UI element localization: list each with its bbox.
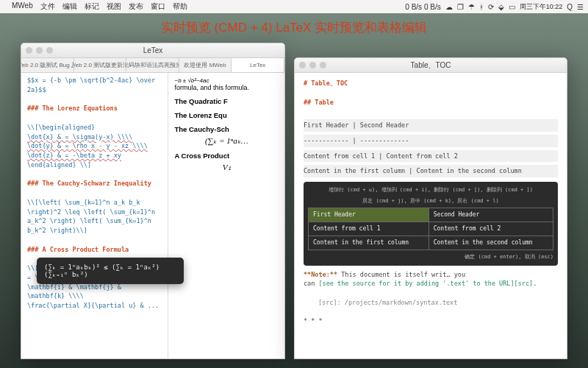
clock[interactable]: 周三下午10:22: [520, 2, 563, 12]
refresh-icon[interactable]: ⟳: [488, 3, 494, 11]
preview-h-lorenz: The Lorenz Equ: [174, 111, 279, 119]
minimize-icon[interactable]: [36, 47, 43, 54]
close-icon[interactable]: [299, 62, 306, 68]
titlebar-left[interactable]: LeTex: [21, 43, 284, 58]
menubar: MWeb 文件 编辑 标记 视图 发布 窗口 帮助 0 B/s 0 B/s ☁ …: [0, 0, 588, 13]
preview-formula-top: −b ± √b²−4ac: [174, 77, 279, 84]
tab-1[interactable]: MWeb 2.0 测试版更新汇总: [74, 58, 127, 72]
menu-help[interactable]: 帮助: [173, 1, 187, 12]
table-raw-0: First Header | Second Header: [304, 119, 558, 132]
shortcut-hint-1: 增加行 (cmd + u), 增加列 (cmd + i), 删除行 (cmd +…: [308, 186, 553, 194]
table-row: First Header Second Header: [309, 208, 553, 222]
close-icon[interactable]: [26, 47, 32, 54]
tab-3[interactable]: 欢迎使用 MWeb: [179, 58, 232, 72]
code-line[interactable]: \dot{x} & = \sigma(y-x) \\\\: [27, 132, 162, 142]
note-link[interactable]: [see the source for it by adding '.text'…: [318, 280, 533, 287]
note-text: This document is itself writ… you: [337, 271, 465, 278]
shortcut-foot: 确定 (cmd + enter), 取消 (esc): [308, 253, 553, 261]
code-line[interactable]: [27, 113, 162, 123]
menu-icon[interactable]: ☰: [577, 3, 584, 11]
code-line[interactable]: \dot{z} & = -\beta z + xy: [27, 151, 162, 160]
cell[interactable]: Content in the second column: [429, 236, 553, 250]
code-line[interactable]: \\[\begin{aligned}: [27, 123, 162, 132]
code-line[interactable]: $$x = {-b \pm \sqrt{b^2-4ac} \over 2a}$$: [27, 76, 162, 95]
table-raw-2: Content from cell 1 | Content from cell …: [304, 150, 558, 163]
cell[interactable]: Second Header: [429, 208, 553, 222]
bluetooth-icon[interactable]: ᚼ: [479, 3, 484, 11]
net-stats: 0 B/s 0 B/s: [405, 3, 440, 11]
menu-view[interactable]: 视图: [107, 1, 121, 12]
editor-window: LeTex MWeb 2.0 版测试 Bug 及… MWeb 2.0 测试版更新…: [21, 43, 285, 359]
code-line[interactable]: \\[\left( \sum_{k=1}^n a_k b_k \right)^2…: [27, 198, 162, 236]
window-title: Table、TOC: [411, 60, 451, 71]
preview-f-cauchy: (∑ₖ = 1ⁿaₖ…: [174, 136, 279, 146]
note-line-2: can [see the source for it by adding '.t…: [304, 279, 558, 289]
shortcut-hint-2: 居左 (cmd + j), 居中 (cmd + k), 居右 (cmd + l): [308, 197, 553, 205]
battery-icon[interactable]: ▭: [509, 3, 515, 11]
menu-mark[interactable]: 标记: [85, 1, 99, 12]
tab-bar: MWeb 2.0 版测试 Bug 及… MWeb 2.0 测试版更新汇总 代码块…: [21, 58, 284, 73]
code-line[interactable]: \frac{\partial X}{\partial u} & ...: [27, 301, 162, 311]
code-line[interactable]: \end{aligned} \\]: [27, 160, 162, 170]
preview-pane: −b ± √b²−4ac formula, and this formula. …: [168, 73, 284, 358]
cell[interactable]: Content from cell 1: [309, 222, 429, 236]
note-line: **Note:** This document is itself writ… …: [304, 270, 558, 280]
table-window: Table、TOC # Table、TOC ## Table First Hea…: [294, 57, 567, 359]
menu-publish[interactable]: 发布: [129, 1, 143, 12]
preview-h-cross: A Cross Product: [174, 152, 279, 160]
menubar-right: 0 B/s 0 B/s ☁ ❐ ☂ ᚼ ⟳ ⬙ ▭ 周三下午10:22 Q ☰: [405, 2, 584, 12]
table-row: Content from cell 1 Content from cell 2: [309, 222, 553, 236]
menu-edit[interactable]: 编辑: [62, 1, 77, 12]
monitor-icon[interactable]: ❐: [457, 3, 464, 11]
search-icon[interactable]: Q: [567, 3, 573, 11]
code-line[interactable]: ### The Lorenz Equations: [27, 104, 162, 113]
traffic-lights-r[interactable]: [299, 62, 326, 68]
traffic-lights[interactable]: [26, 47, 53, 54]
preview-h-quad: The Quadratic F: [174, 97, 279, 105]
editable-table[interactable]: First Header Second Header Content from …: [308, 208, 553, 250]
latex-tooltip: (∑ₖ = 1ⁿaₖbₖ)² ≤ (∑ₖ = 1ⁿaₖ²)(∑ₖ₌₁ⁿ bₖ²): [37, 258, 184, 284]
zoom-icon[interactable]: [46, 47, 53, 54]
preview-f-cross: V₁: [174, 163, 279, 172]
cell[interactable]: Content from cell 2: [429, 222, 553, 236]
code-line[interactable]: \mathbf{i} & \mathbf{j} & \mathbf{k} \\\…: [27, 283, 162, 302]
menu-window[interactable]: 窗口: [151, 1, 165, 12]
menubar-left: MWeb 文件 编辑 标记 视图 发布 窗口 帮助: [4, 1, 187, 12]
note-label: **Note:**: [304, 271, 337, 278]
preview-h-cauchy: The Cauchy-Sch: [174, 125, 279, 133]
titlebar-right[interactable]: Table、TOC: [295, 58, 567, 73]
code-line[interactable]: [27, 236, 162, 245]
app-name[interactable]: MWeb: [12, 1, 33, 12]
hr-dots: * * *: [304, 316, 558, 326]
zoom-icon[interactable]: [320, 62, 326, 68]
markdown-editor[interactable]: # Table、TOC ## Table First Header | Seco…: [295, 73, 567, 358]
tab-4[interactable]: LeTex: [232, 58, 284, 72]
code-line[interactable]: ### A Cross Product Formula: [27, 245, 162, 255]
tab-2[interactable]: 代码块和语法高亮预览: [126, 58, 179, 72]
table-row: Content in the first column Content in t…: [309, 236, 553, 250]
code-line[interactable]: \dot{y} & = \rho x - y - xz \\\\: [27, 141, 162, 151]
code-line[interactable]: ### The Cauchy-Schwarz Inequality: [27, 179, 162, 188]
table-editor-popup[interactable]: 增加行 (cmd + u), 增加列 (cmd + i), 删除行 (cmd +…: [304, 182, 558, 266]
preview-text: formula, and this formula.: [174, 84, 279, 91]
ref-link: [src]: /projects/markdown/syntax.text: [318, 298, 558, 308]
code-line[interactable]: [27, 188, 162, 198]
window-title: LeTex: [143, 46, 163, 54]
md-h1: # Table、TOC: [304, 79, 558, 88]
tooltip-formula: (∑ₖ = 1ⁿaₖbₖ)² ≤ (∑ₖ = 1ⁿaₖ²)(∑ₖ₌₁ⁿ bₖ²): [44, 263, 159, 278]
md-h2: ## Table: [304, 98, 558, 107]
code-line[interactable]: [27, 95, 162, 105]
table-raw-1: ------------ | -------------: [304, 135, 558, 147]
menu-file[interactable]: 文件: [40, 1, 55, 12]
hero-title: 实时预览 (CMD + 4) LaTeX 实时预览和表格编辑: [0, 13, 588, 42]
cloud-icon[interactable]: ☁: [445, 3, 453, 11]
table-raw-3: Content in the first column | Content in…: [304, 165, 558, 177]
code-pane[interactable]: $$x = {-b \pm \sqrt{b^2-4ac} \over 2a}$$…: [21, 73, 168, 358]
tab-0[interactable]: MWeb 2.0 版测试 Bug 及…: [21, 58, 74, 72]
cell[interactable]: First Header: [309, 208, 429, 222]
cell[interactable]: Content in the first column: [309, 236, 429, 250]
minimize-icon[interactable]: [309, 62, 316, 68]
code-line[interactable]: [27, 170, 162, 180]
umbrella-icon[interactable]: ☂: [468, 3, 475, 11]
wifi-icon[interactable]: ⬙: [498, 3, 504, 11]
